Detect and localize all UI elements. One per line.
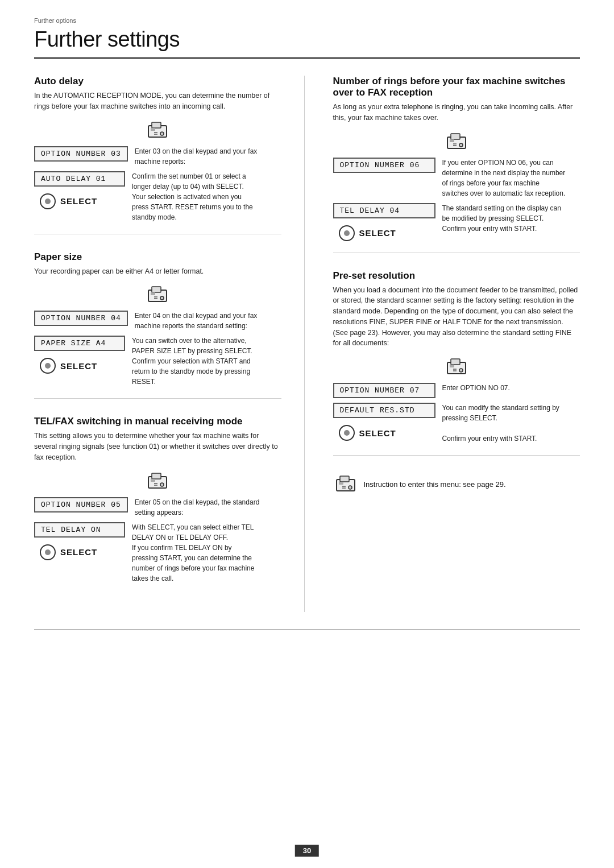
svg-rect-13 — [152, 473, 161, 479]
pre-set-value-desc: You can modify the standard setting by p… — [442, 403, 567, 444]
bottom-note: Instruction to enter this menu: see page… — [333, 473, 580, 495]
tel-fax-section: TEL/FAX switching in manual receiving mo… — [34, 416, 281, 594]
paper-size-select: SELECT — [40, 358, 125, 374]
paper-size-value-display: PAPER SIZE A4 — [34, 336, 125, 351]
select-circle-tel-fax[interactable] — [40, 544, 56, 560]
num-rings-option-desc: If you enter OPTION NO 06, you can deter… — [442, 158, 567, 199]
svg-rect-26 — [450, 365, 454, 367]
pre-set-option-desc: Enter OPTION NO 07. — [442, 383, 567, 393]
svg-point-15 — [160, 483, 164, 486]
select-label-num-rings: SELECT — [359, 228, 396, 238]
num-rings-select: SELECT — [339, 225, 435, 241]
paper-size-option-desc: Enter 04 on the dial keypad and your fax… — [135, 311, 260, 331]
svg-point-33 — [349, 486, 352, 489]
breadcrumb: Further options — [34, 17, 580, 24]
right-column: Number of rings before your fax machine … — [327, 76, 580, 612]
auto-delay-value-display: AUTO DELAY 01 — [34, 171, 125, 187]
auto-delay-desc: In the AUTOMATIC RECEPTION MODE, you can… — [34, 90, 281, 112]
bottom-rule — [34, 629, 580, 630]
select-circle-paper-size[interactable] — [40, 358, 56, 374]
svg-point-27 — [459, 369, 463, 372]
left-column: Auto delay In the AUTOMATIC RECEPTION MO… — [34, 76, 305, 612]
auto-delay-row1: OPTION NUMBER 03 Enter 03 on the dial ke… — [34, 146, 281, 167]
num-rings-desc: As long as your extra telephone is ringi… — [333, 102, 580, 123]
select-label-tel-fax: SELECT — [60, 547, 97, 557]
num-rings-value-display: TEL DELAY 04 — [333, 203, 435, 218]
pre-set-value-col: DEFAULT RES.STD SELECT — [333, 403, 435, 441]
auto-delay-row2: AUTO DELAY 01 SELECT Confirm the set num… — [34, 171, 281, 222]
pre-set-title: Pre-set resolution — [333, 270, 580, 282]
fax-icon-auto-delay — [145, 119, 170, 142]
auto-delay-displays: OPTION NUMBER 03 — [34, 146, 128, 162]
svg-rect-31 — [340, 476, 349, 482]
auto-delay-value-desc: Confirm the set number 01 or select a lo… — [132, 171, 257, 222]
pre-set-desc: When you load a document into the docume… — [333, 285, 580, 349]
auto-delay-value-col: AUTO DELAY 01 SELECT — [34, 171, 125, 209]
pre-set-option-display: OPTION NUMBER 07 — [333, 383, 435, 398]
num-rings-value-col: TEL DELAY 04 SELECT — [333, 203, 435, 241]
auto-delay-section: Auto delay In the AUTOMATIC RECEPTION MO… — [34, 76, 281, 234]
fax-icon-pre-set — [444, 356, 469, 378]
paper-size-row1: OPTION NUMBER 04 Enter 04 on the dial ke… — [34, 311, 281, 331]
paper-size-value-desc: You can switch over to the alternative, … — [132, 336, 257, 387]
select-circle-pre-set[interactable] — [339, 425, 355, 441]
tel-fax-value-display: TEL DELAY ON — [34, 522, 125, 538]
svg-rect-7 — [152, 287, 161, 292]
select-label-paper-size: SELECT — [60, 361, 97, 371]
num-rings-displays: OPTION NUMBER 06 — [333, 158, 435, 173]
tel-fax-desc: This setting allows you to determine whe… — [34, 431, 281, 462]
pre-set-select: SELECT — [339, 425, 435, 441]
bottom-note-text: Instruction to enter this menu: see page… — [364, 480, 506, 489]
pre-set-section: Pre-set resolution When you load a docum… — [333, 270, 580, 456]
pre-set-displays: OPTION NUMBER 07 — [333, 383, 435, 398]
auto-delay-option-display: OPTION NUMBER 03 — [34, 146, 128, 162]
tel-fax-option-desc: Enter 05 on the dial keypad, the standar… — [135, 497, 260, 518]
fax-icon-tel-fax — [145, 470, 170, 493]
svg-rect-25 — [451, 359, 460, 365]
paper-size-title: Paper size — [34, 251, 281, 263]
select-circle-auto-delay[interactable] — [40, 193, 56, 209]
select-label-auto-delay: SELECT — [60, 196, 97, 206]
tel-fax-option-display: OPTION NUMBER 05 — [34, 497, 128, 512]
main-content: Auto delay In the AUTOMATIC RECEPTION MO… — [34, 76, 580, 612]
paper-size-row2: PAPER SIZE A4 SELECT You can switch over… — [34, 336, 281, 387]
tel-fax-select: SELECT — [40, 544, 125, 560]
tel-fax-title: TEL/FAX switching in manual receiving mo… — [34, 416, 281, 427]
pre-set-row2: DEFAULT RES.STD SELECT You can modify th… — [333, 403, 580, 444]
tel-fax-row1: OPTION NUMBER 05 Enter 05 on the dial ke… — [34, 497, 281, 518]
svg-rect-2 — [151, 128, 155, 131]
tel-fax-displays: OPTION NUMBER 05 — [34, 497, 128, 512]
num-rings-value-desc: The standard setting on the display can … — [442, 203, 567, 234]
num-rings-row1: OPTION NUMBER 06 If you enter OPTION NO … — [333, 158, 580, 199]
paper-size-section: Paper size Your recording paper can be e… — [34, 251, 281, 399]
auto-delay-title: Auto delay — [34, 76, 281, 87]
select-circle-num-rings[interactable] — [339, 225, 355, 241]
paper-size-displays: OPTION NUMBER 04 — [34, 311, 128, 326]
paper-size-value-col: PAPER SIZE A4 SELECT — [34, 336, 125, 374]
num-rings-row2: TEL DELAY 04 SELECT The standard setting… — [333, 203, 580, 241]
auto-delay-select: SELECT — [40, 193, 125, 209]
tel-fax-row2: TEL DELAY ON SELECT With SELECT, you can… — [34, 522, 281, 584]
fax-icon-bottom — [333, 473, 358, 495]
page-title: Further settings — [34, 27, 580, 59]
pre-set-row1: OPTION NUMBER 07 Enter OPTION NO 07. — [333, 383, 580, 398]
paper-size-option-display: OPTION NUMBER 04 — [34, 311, 128, 326]
svg-rect-20 — [450, 139, 454, 142]
auto-delay-option-desc: Enter 03 on the dial keypad and your fax… — [135, 146, 260, 167]
svg-rect-14 — [151, 479, 155, 482]
svg-rect-1 — [152, 122, 161, 128]
num-rings-section: Number of rings before your fax machine … — [333, 76, 580, 253]
fax-icon-paper-size — [145, 283, 170, 306]
num-rings-option-display: OPTION NUMBER 06 — [333, 158, 435, 173]
page-number: 30 — [295, 845, 319, 857]
tel-fax-value-desc: With SELECT, you can select either TEL D… — [132, 522, 257, 584]
svg-rect-19 — [451, 134, 460, 139]
paper-size-desc: Your recording paper can be either A4 or… — [34, 266, 281, 277]
svg-rect-32 — [339, 482, 343, 485]
svg-rect-8 — [151, 292, 155, 295]
select-label-pre-set: SELECT — [359, 428, 396, 438]
svg-point-21 — [459, 143, 463, 147]
pre-set-value-display: DEFAULT RES.STD — [333, 403, 435, 418]
fax-icon-num-rings — [444, 130, 469, 153]
svg-point-3 — [160, 132, 164, 135]
